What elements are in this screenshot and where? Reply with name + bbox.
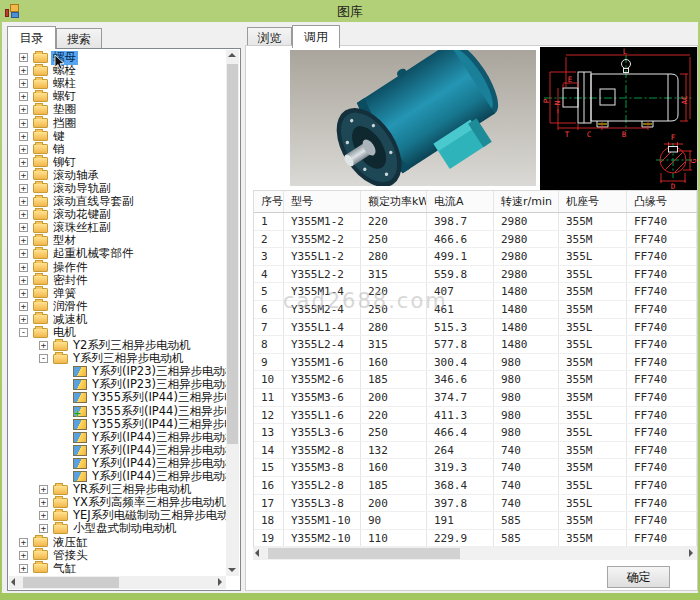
tree-item[interactable]: +润滑件 [9, 300, 226, 313]
ok-button[interactable]: 确定 [607, 566, 670, 588]
column-header[interactable]: 机座号 [559, 191, 627, 212]
column-header[interactable]: 电流A [427, 191, 494, 212]
scroll-up-button[interactable] [226, 50, 239, 63]
tree-item[interactable]: Y系列(IP23)三相异步电动机(安 [9, 365, 226, 378]
table-row[interactable]: 4Y355L2-2315559.82980355LFF7402 [254, 266, 697, 284]
expand-toggle-icon[interactable]: + [19, 223, 28, 232]
tree-item[interactable]: +型材 [9, 234, 226, 247]
table-horizontal-scrollbar[interactable] [253, 547, 697, 560]
table-row[interactable]: 10Y355M2-6185346.6980355MFF7406 [254, 371, 697, 389]
expand-toggle-icon[interactable]: + [19, 538, 28, 547]
table-scroll-right-button[interactable] [684, 547, 697, 560]
tree-item[interactable]: +螺母 [9, 51, 226, 64]
tree-item[interactable]: +起重机械零部件 [9, 247, 226, 260]
table-row[interactable]: 19Y355M2-10110229.9585355MFF74010 [254, 530, 697, 547]
tree-item[interactable]: Y系列(IP44)三相异步电动机(安 [9, 457, 226, 470]
expand-toggle-icon[interactable]: + [19, 315, 28, 324]
tab-directory[interactable]: 目录 [7, 26, 56, 49]
expand-toggle-icon[interactable]: + [39, 341, 48, 350]
table-row[interactable]: 2Y355M2-2250466.62980355MFF7402 [254, 231, 697, 249]
tree-item[interactable]: +YX系列高频率三相异步电动机 [9, 496, 226, 509]
expand-toggle-icon[interactable]: + [19, 276, 28, 285]
tree-item[interactable]: Y系列(IP23)三相异步电动机(安 [9, 378, 226, 391]
expand-toggle-icon[interactable]: + [19, 236, 28, 245]
expand-toggle-icon[interactable]: + [19, 92, 28, 101]
table-row[interactable]: 13Y355L3-6250466.4980355LFF7406 [254, 424, 697, 442]
expand-toggle-icon[interactable]: + [19, 197, 28, 206]
table-row[interactable]: 12Y355L1-6220411.3980355LFF7406 [254, 407, 697, 425]
tab-search[interactable]: 搜索 [56, 28, 102, 49]
expand-toggle-icon[interactable]: + [19, 551, 28, 560]
tree-horizontal-scrollbar[interactable] [9, 576, 226, 589]
expand-toggle-icon[interactable]: + [19, 302, 28, 311]
expand-toggle-icon[interactable]: - [19, 328, 28, 337]
tree-item[interactable]: +滚动轴承 [9, 169, 226, 182]
table-row[interactable]: 8Y355L2-4315577.81480355LFF7404 [254, 336, 697, 354]
tree-item[interactable]: Y355系列(IP44)三相异步电动机 [9, 391, 226, 404]
tree-vertical-scrollbar[interactable] [226, 50, 239, 576]
tree-item[interactable]: Y系列(IP44)三相异步电动机(安 [9, 431, 226, 444]
tree-item[interactable]: +垫圈 [9, 103, 226, 116]
tree-item[interactable]: -Y系列三相异步电动机 [9, 352, 226, 365]
tree-item[interactable]: +管接头 [9, 549, 226, 562]
tree-item[interactable]: Y355系列(IP44)三相异步电动机 [9, 418, 226, 431]
tree-item[interactable]: +滚动花键副 [9, 208, 226, 221]
tree-item[interactable]: +Y2系列三相异步电动机 [9, 339, 226, 352]
tree-item[interactable]: +小型盘式制动电动机 [9, 522, 226, 535]
expand-toggle-icon[interactable]: + [19, 132, 28, 141]
tree-item[interactable]: +减速机 [9, 313, 226, 326]
column-header[interactable]: 型号 [284, 191, 361, 212]
tree-item[interactable]: +气缸 [9, 562, 226, 575]
tree-item[interactable]: +铆钉 [9, 156, 226, 169]
tree-item[interactable]: +YEJ系列电磁制动三相异步电动机 [9, 509, 226, 522]
title-bar[interactable]: 图库 [0, 0, 700, 22]
expand-toggle-icon[interactable]: + [19, 184, 28, 193]
expand-toggle-icon[interactable]: + [19, 210, 28, 219]
tree-item[interactable]: +弹簧 [9, 287, 226, 300]
expand-toggle-icon[interactable]: + [19, 171, 28, 180]
tree-item[interactable]: -电机 [9, 326, 226, 339]
tree-item[interactable]: +操作件 [9, 261, 226, 274]
table-row[interactable]: 14Y355M2-8132264740355MFF7408 [254, 442, 697, 460]
tab-call[interactable]: 调用 [292, 25, 340, 48]
table-row[interactable]: 9Y355M1-6160300.4980355MFF7406 [254, 354, 697, 372]
expand-toggle-icon[interactable]: + [39, 524, 48, 533]
table-row[interactable]: 16Y355L2-8185368.4740355LFF7408 [254, 477, 697, 495]
expand-toggle-icon[interactable]: + [19, 145, 28, 154]
column-header[interactable]: 凸缘号 [627, 191, 697, 212]
tree-item[interactable]: Y系列(IP44)三相异步电动机(安 [9, 470, 226, 483]
column-header[interactable]: 序号 [254, 191, 284, 212]
scroll-left-button[interactable] [9, 576, 22, 589]
column-header[interactable]: 额定功率kW [361, 191, 427, 212]
tree-item[interactable]: +螺钉 [9, 90, 226, 103]
tree-item[interactable]: +Y355系列(IP44)三相异步电动机 [9, 405, 226, 418]
expand-toggle-icon[interactable]: + [19, 119, 28, 128]
table-row[interactable]: 7Y355L1-4280515.31480355LFF7404 [254, 319, 697, 337]
table-row[interactable]: 11Y355M3-6200374.7980355MFF7406 [254, 389, 697, 407]
scroll-right-button[interactable] [213, 576, 226, 589]
tree-hscroll-thumb[interactable] [23, 577, 119, 588]
table-row[interactable]: 1Y355M1-2220398.72980355MFF7402 [254, 213, 697, 231]
tree-item[interactable]: +键 [9, 130, 226, 143]
column-header[interactable]: 转速r/min [494, 191, 559, 212]
tree-item[interactable]: +滚动导轨副 [9, 182, 226, 195]
tree-vscroll-thumb[interactable] [227, 64, 238, 444]
expand-toggle-icon[interactable]: + [19, 289, 28, 298]
tree-item[interactable]: +YR系列三相异步电动机 [9, 483, 226, 496]
tree-item[interactable]: +液压缸 [9, 535, 226, 548]
expand-toggle-icon[interactable]: + [19, 53, 28, 62]
tree-item[interactable]: +螺柱 [9, 77, 226, 90]
table-row[interactable]: 18Y355M1-1090191585355MFF74010 [254, 512, 697, 530]
table-row[interactable]: 3Y355L1-2280499.12980355LFF7402 [254, 248, 697, 266]
table-row[interactable]: 17Y355L3-8200397.8740355LFF7408 [254, 495, 697, 513]
scroll-down-button[interactable] [226, 563, 239, 576]
expand-toggle-icon[interactable]: + [19, 105, 28, 114]
expand-toggle-icon[interactable]: + [39, 498, 48, 507]
tree-item[interactable]: Y系列(IP44)三相异步电动机(安 [9, 444, 226, 457]
expand-toggle-icon[interactable]: - [39, 354, 48, 363]
tree-item[interactable]: +销 [9, 143, 226, 156]
expand-toggle-icon[interactable]: + [19, 158, 28, 167]
expand-toggle-icon[interactable]: + [19, 79, 28, 88]
expand-toggle-icon[interactable]: + [19, 263, 28, 272]
table-scroll-left-button[interactable] [253, 547, 266, 560]
